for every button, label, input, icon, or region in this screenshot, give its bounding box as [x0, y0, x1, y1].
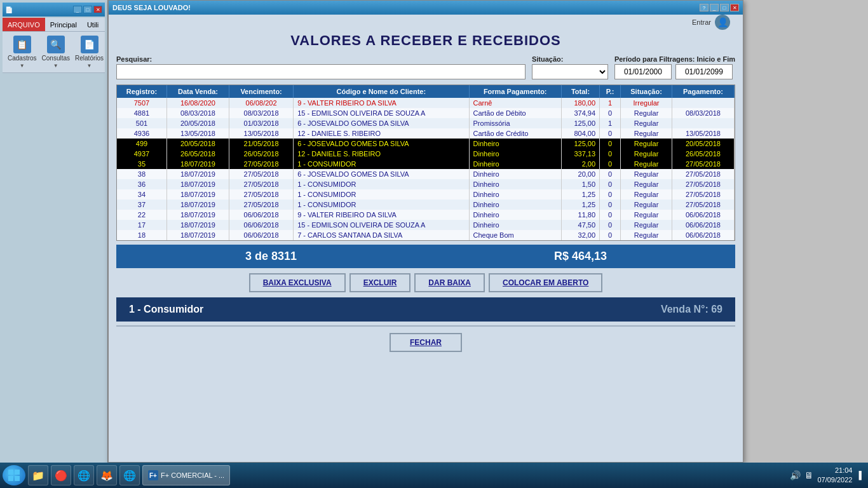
- bottom-venda: Venda N°: 69: [426, 304, 722, 315]
- consultas-arrow: ▼: [53, 63, 58, 69]
- fechar-button[interactable]: FECHAR: [390, 333, 462, 352]
- table-row[interactable]: 3718/07/201927/05/20181 - CONSUMIDORDinh…: [117, 200, 735, 210]
- close-area: FECHAR: [116, 333, 735, 352]
- table-row[interactable]: 1818/07/201906/06/20187 - CARLOS SANTANA…: [117, 230, 735, 240]
- data-table-container: Registro: Data Venda: Vencimento: Código…: [116, 85, 735, 241]
- relatorios-button[interactable]: 📄 Relatórios ▼: [75, 36, 104, 69]
- taskbar-firefox[interactable]: 🦊: [97, 465, 117, 485]
- table-row[interactable]: 750716/08/202006/08/2029 - VALTER RIBEIR…: [117, 98, 735, 108]
- data-table: Registro: Data Venda: Vencimento: Código…: [117, 85, 735, 240]
- entrar-label[interactable]: Entrar: [692, 18, 711, 26]
- situacao-select[interactable]: Regular Irregular: [532, 64, 608, 79]
- chrome-icon: 🌐: [123, 470, 136, 482]
- th-vencimento: Vencimento:: [229, 85, 293, 98]
- sound-icon[interactable]: 🔊: [790, 470, 801, 480]
- taskbar-explorer[interactable]: 📁: [28, 465, 48, 485]
- data-fim-input[interactable]: [675, 64, 733, 79]
- taskbar-ie[interactable]: 🌐: [74, 465, 94, 485]
- main-window: DEUS SEJA LOUVADO! ? _ □ ✕ Entrar 👤 VALO…: [108, 0, 743, 463]
- svg-rect-1: [15, 470, 20, 475]
- data-inicio-input[interactable]: [614, 64, 672, 79]
- table-row[interactable]: 50120/05/201801/03/20186 - JOSEVALDO GOM…: [117, 118, 735, 128]
- taskbar-chrome[interactable]: 🌐: [119, 465, 140, 485]
- svg-rect-3: [15, 476, 20, 481]
- firefox-icon: 🦊: [100, 470, 113, 482]
- summary-bar: 3 de 8311 R$ 464,13: [116, 245, 735, 268]
- search-group: Pesquisar:: [116, 55, 526, 79]
- page-title: VALORES A RECEBER E RECEBIDOS: [116, 32, 735, 49]
- th-registro: Registro:: [117, 85, 166, 98]
- menu-utili[interactable]: Utili: [82, 18, 104, 31]
- cadastros-label: Cadastros: [8, 55, 37, 62]
- maximize-btn[interactable]: □: [83, 6, 92, 13]
- windows-logo-icon: [8, 469, 20, 482]
- user-avatar: 👤: [715, 15, 730, 30]
- divider: [116, 325, 735, 327]
- win-minimize-btn[interactable]: _: [710, 4, 719, 11]
- app-taskbar-label: F+ COMERCIAL - ...: [161, 471, 224, 479]
- search-area: Pesquisar: Situação: Regular Irregular P…: [116, 55, 735, 79]
- table-row[interactable]: 3618/07/201927/05/20181 - CONSUMIDORDinh…: [117, 179, 735, 189]
- left-sidebar: 📄 _ □ ✕ ARQUIVO Principal Utili 📋 Cadast…: [0, 0, 108, 463]
- start-button[interactable]: [3, 465, 25, 485]
- consultas-button[interactable]: 🔍 Consultas ▼: [42, 36, 70, 69]
- help-btn[interactable]: ?: [700, 4, 709, 11]
- table-row[interactable]: 493613/05/201813/05/201812 - DANIELE S. …: [117, 128, 735, 139]
- table-row[interactable]: 3418/07/201927/05/20181 - CONSUMIDORDinh…: [117, 189, 735, 200]
- dar-baixa-button[interactable]: DAR BAIXA: [414, 273, 485, 292]
- table-row[interactable]: 488108/03/201808/03/201815 - EDMILSON OL…: [117, 108, 735, 118]
- menu-arquivo[interactable]: ARQUIVO: [3, 18, 45, 31]
- content-area: VALORES A RECEBER E RECEBIDOS Pesquisar:…: [116, 32, 735, 352]
- table-body: 750716/08/202006/08/2029 - VALTER RIBEIR…: [117, 98, 735, 240]
- cadastros-icon: 📋: [13, 36, 31, 53]
- excluir-button[interactable]: EXCLUIR: [349, 273, 411, 292]
- taskbar-opera[interactable]: 🔴: [51, 465, 71, 485]
- win-close-btn[interactable]: ✕: [730, 4, 739, 11]
- th-cliente: Código e Nome do Cliente:: [294, 85, 469, 98]
- svg-rect-0: [8, 470, 13, 475]
- taskbar-app-fcomercial[interactable]: F+ F+ COMERCIAL - ...: [142, 465, 230, 485]
- cadastros-button[interactable]: 📋 Cadastros ▼: [8, 36, 37, 69]
- consultas-icon: 🔍: [47, 36, 65, 53]
- win-maximize-btn[interactable]: □: [720, 4, 729, 11]
- show-desktop-icon[interactable]: ▐: [856, 471, 862, 480]
- minimize-btn[interactable]: _: [73, 6, 82, 13]
- taskbar-apps: 📁 🔴 🌐 🦊 🌐 F+ F+ COMERCIAL - ...: [28, 465, 790, 485]
- situacao-label: Situação:: [532, 55, 608, 63]
- close-btn[interactable]: ✕: [93, 6, 102, 13]
- explorer-icon: 📁: [32, 470, 44, 482]
- window-title: DEUS SEJA LOUVADO!: [112, 4, 191, 11]
- th-data-venda: Data Venda:: [166, 85, 229, 98]
- baixa-exclusiva-button[interactable]: BAIXA EXCLUSIVA: [249, 273, 346, 292]
- colocar-em-aberto-button[interactable]: COLOCAR EM ABERTO: [489, 273, 602, 292]
- taskbar-clock: 21:04 07/09/2022: [817, 466, 852, 485]
- search-input[interactable]: [116, 64, 526, 79]
- table-row[interactable]: 49920/05/201821/05/20186 - JOSEVALDO GOM…: [117, 139, 735, 149]
- th-total: Total:: [561, 85, 599, 98]
- summary-total: R$ 464,13: [426, 245, 735, 268]
- login-area: Entrar 👤: [692, 15, 730, 30]
- summary-count: 3 de 8311: [116, 245, 426, 268]
- th-p: P.:: [600, 85, 621, 98]
- th-situacao: Situação:: [621, 85, 672, 98]
- user-icon: 👤: [717, 17, 728, 27]
- bottom-client: 1 - Consumidor: [129, 304, 426, 315]
- network-icon[interactable]: 🖥: [804, 470, 813, 480]
- situacao-group: Situação: Regular Irregular: [532, 55, 608, 79]
- table-header-row: Registro: Data Venda: Vencimento: Código…: [117, 85, 735, 98]
- relatorios-arrow: ▼: [87, 63, 92, 69]
- table-row[interactable]: 1718/07/201906/06/201815 - EDMILSON OLIV…: [117, 220, 735, 230]
- menu-principal[interactable]: Principal: [45, 18, 82, 31]
- app-icon: F+: [148, 470, 158, 480]
- table-row[interactable]: 493726/05/201826/05/201812 - DANIELE S. …: [117, 149, 735, 159]
- relatorios-label: Relatórios: [75, 55, 104, 62]
- clock-time: 21:04: [817, 466, 852, 475]
- th-pagamento: Pagamento:: [672, 85, 734, 98]
- table-row[interactable]: 3818/07/201927/05/20186 - JOSEVALDO GOME…: [117, 169, 735, 179]
- table-row[interactable]: 3518/07/201927/05/20181 - CONSUMIDORDinh…: [117, 159, 735, 169]
- svg-rect-2: [8, 476, 13, 481]
- table-row[interactable]: 2218/07/201906/06/20189 - VALTER RIBEIRO…: [117, 210, 735, 220]
- clock-date: 07/09/2022: [817, 475, 852, 485]
- periodo-label: Período para Filtragens: Inicio e Fim: [614, 55, 735, 63]
- taskbar: 📁 🔴 🌐 🦊 🌐 F+ F+ COMERCIAL - ... 🔊 🖥 21:0…: [0, 463, 868, 488]
